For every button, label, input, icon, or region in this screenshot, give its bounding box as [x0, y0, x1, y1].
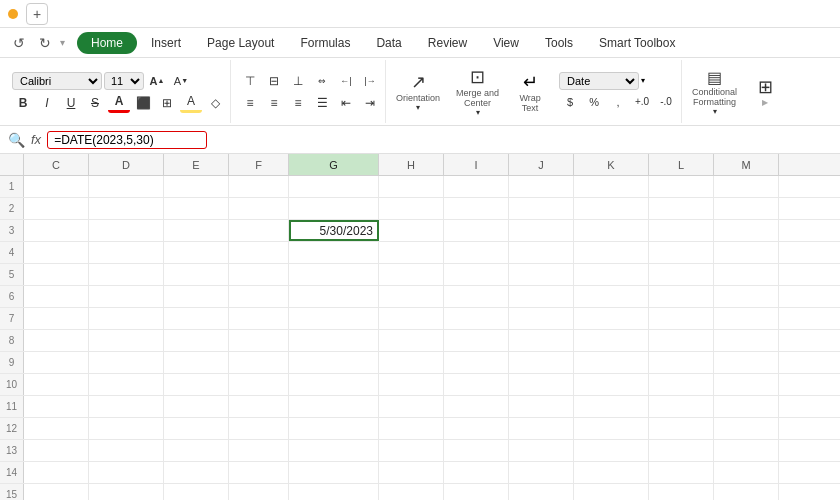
cell-L5[interactable]: [649, 264, 714, 285]
conditional-formatting-button[interactable]: ▤ Conditional Formatting ▾: [686, 64, 743, 120]
cell-D14[interactable]: [89, 462, 164, 483]
borders-button[interactable]: ⊞: [156, 93, 178, 113]
cell-C13[interactable]: [24, 440, 89, 461]
col-header-l[interactable]: L: [649, 154, 714, 175]
new-tab-button[interactable]: +: [26, 3, 48, 25]
cell-I9[interactable]: [444, 352, 509, 373]
cell-E11[interactable]: [164, 396, 229, 417]
cell-H12[interactable]: [379, 418, 444, 439]
cell-G10[interactable]: [289, 374, 379, 395]
cell-M12[interactable]: [714, 418, 779, 439]
cell-G5[interactable]: [289, 264, 379, 285]
formula-input[interactable]: [47, 131, 207, 149]
cell-G8[interactable]: [289, 330, 379, 351]
undo-dropdown[interactable]: ▾: [60, 37, 65, 48]
cell-M10[interactable]: [714, 374, 779, 395]
cell-E2[interactable]: [164, 198, 229, 219]
cell-C4[interactable]: [24, 242, 89, 263]
cell-L12[interactable]: [649, 418, 714, 439]
cell-L14[interactable]: [649, 462, 714, 483]
cell-C1[interactable]: [24, 176, 89, 197]
cell-I6[interactable]: [444, 286, 509, 307]
cell-K13[interactable]: [574, 440, 649, 461]
cell-C3[interactable]: [24, 220, 89, 241]
cell-F11[interactable]: [229, 396, 289, 417]
align-right-button[interactable]: ≡: [287, 93, 309, 113]
cell-K7[interactable]: [574, 308, 649, 329]
cell-E5[interactable]: [164, 264, 229, 285]
cell-J3[interactable]: [509, 220, 574, 241]
col-header-m[interactable]: M: [714, 154, 779, 175]
cell-M3[interactable]: [714, 220, 779, 241]
cell-L11[interactable]: [649, 396, 714, 417]
cell-D4[interactable]: [89, 242, 164, 263]
cell-E3[interactable]: [164, 220, 229, 241]
indent-dec-button[interactable]: ←|: [335, 71, 357, 91]
cell-K12[interactable]: [574, 418, 649, 439]
col-header-e[interactable]: E: [164, 154, 229, 175]
grow-font-button[interactable]: A▲: [146, 71, 168, 91]
cell-I5[interactable]: [444, 264, 509, 285]
cell-K11[interactable]: [574, 396, 649, 417]
cell-G9[interactable]: [289, 352, 379, 373]
cell-F6[interactable]: [229, 286, 289, 307]
cell-F2[interactable]: [229, 198, 289, 219]
cell-L9[interactable]: [649, 352, 714, 373]
cell-D8[interactable]: [89, 330, 164, 351]
tab-home[interactable]: Home: [77, 32, 137, 54]
cell-H9[interactable]: [379, 352, 444, 373]
cell-E4[interactable]: [164, 242, 229, 263]
cell-G1[interactable]: [289, 176, 379, 197]
merge-center-button[interactable]: ⊡ Merge and Center ▾: [450, 62, 505, 121]
cell-I12[interactable]: [444, 418, 509, 439]
cell-J8[interactable]: [509, 330, 574, 351]
cell-H13[interactable]: [379, 440, 444, 461]
cell-I7[interactable]: [444, 308, 509, 329]
inc-indent-button[interactable]: ⇥: [359, 93, 381, 113]
underline-button[interactable]: U: [60, 93, 82, 113]
align-middle-button[interactable]: ⊟: [263, 71, 285, 91]
font-name-select[interactable]: Calibri: [12, 72, 102, 90]
cell-F4[interactable]: [229, 242, 289, 263]
cell-L3[interactable]: [649, 220, 714, 241]
cell-M8[interactable]: [714, 330, 779, 351]
cell-K10[interactable]: [574, 374, 649, 395]
cell-I8[interactable]: [444, 330, 509, 351]
percent-button[interactable]: %: [583, 92, 605, 112]
number-format-dropdown[interactable]: ▾: [641, 76, 645, 85]
col-header-j[interactable]: J: [509, 154, 574, 175]
orientation-button[interactable]: ↗ Orientation ▾: [390, 64, 446, 120]
cell-C9[interactable]: [24, 352, 89, 373]
cell-H1[interactable]: [379, 176, 444, 197]
bold-button[interactable]: B: [12, 93, 34, 113]
undo-button[interactable]: ↺: [8, 33, 30, 53]
cell-F8[interactable]: [229, 330, 289, 351]
cell-K8[interactable]: [574, 330, 649, 351]
font-color-button[interactable]: A: [108, 93, 130, 113]
cell-D2[interactable]: [89, 198, 164, 219]
cell-J13[interactable]: [509, 440, 574, 461]
col-header-h[interactable]: H: [379, 154, 444, 175]
dec-dec-button[interactable]: -.0: [655, 92, 677, 112]
cell-M1[interactable]: [714, 176, 779, 197]
cell-M13[interactable]: [714, 440, 779, 461]
cell-J4[interactable]: [509, 242, 574, 263]
cell-L7[interactable]: [649, 308, 714, 329]
number-format-select[interactable]: Date: [559, 72, 639, 90]
fill-color-button[interactable]: ⬛: [132, 93, 154, 113]
cell-G15[interactable]: [289, 484, 379, 500]
cell-J10[interactable]: [509, 374, 574, 395]
cell-F12[interactable]: [229, 418, 289, 439]
cell-C6[interactable]: [24, 286, 89, 307]
cell-F5[interactable]: [229, 264, 289, 285]
tab-review[interactable]: Review: [416, 32, 479, 54]
col-header-c[interactable]: C: [24, 154, 89, 175]
cell-I11[interactable]: [444, 396, 509, 417]
col-header-g[interactable]: G: [289, 154, 379, 175]
cell-M6[interactable]: [714, 286, 779, 307]
cell-D11[interactable]: [89, 396, 164, 417]
highlight-button[interactable]: A: [180, 93, 202, 113]
cell-H14[interactable]: [379, 462, 444, 483]
cell-L4[interactable]: [649, 242, 714, 263]
font-size-select[interactable]: 11: [104, 72, 144, 90]
